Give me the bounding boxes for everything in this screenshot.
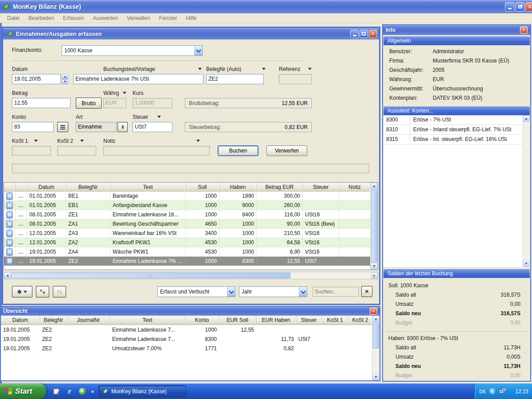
row-options-button[interactable]: ... (19, 240, 23, 245)
uebersicht-row[interactable]: 19.01.2005 ZE2 Einnahme Ladenkasse 7... … (1, 325, 372, 334)
table-row[interactable]: M ... 08.01.2005 ZE1 Einnahme Ladenkasse… (4, 210, 370, 219)
scroll-up-icon[interactable] (372, 316, 379, 322)
uebersicht-row[interactable]: 19.01.2005 ZE2 Einnahme Ladenkasse 7... … (1, 334, 372, 344)
menu-fenster[interactable]: Fenster (155, 14, 182, 23)
scrollbar-thumb[interactable] (371, 190, 377, 262)
menu-hilfe[interactable]: Hilfe (182, 14, 201, 23)
scroll-down-icon[interactable] (371, 263, 377, 270)
menu-erfassen[interactable]: Erfassen (59, 14, 88, 23)
konto-list-item[interactable]: 8300 Erlöse - 7% USt (383, 115, 523, 125)
m-badge-icon[interactable]: M (6, 239, 13, 246)
allgemein-section-header[interactable]: Allgemein (383, 36, 530, 45)
scroll-down-icon[interactable] (523, 260, 529, 267)
row-options-button[interactable]: ... (19, 250, 23, 254)
referenz-dropdown-icon[interactable] (308, 68, 312, 70)
header-kost1[interactable]: KoSt 1 (322, 316, 348, 325)
konto-list-button[interactable] (57, 122, 68, 132)
datum-input[interactable]: 19.01.2005 (12, 74, 61, 84)
restore-button[interactable] (515, 2, 524, 12)
finanzkonto-select[interactable]: 1000 Kasse (62, 45, 203, 56)
belegnr-input[interactable]: ZE2 (206, 74, 264, 84)
art-input[interactable]: Einnahme (76, 122, 117, 132)
minimize-button[interactable] (505, 2, 514, 12)
taskbar-task-button[interactable]: MonKey Bilanz (Kasse) (98, 385, 186, 397)
start-button[interactable]: Start (0, 383, 46, 399)
scroll-left-icon[interactable] (4, 272, 11, 279)
art-toggle-button[interactable] (117, 122, 128, 132)
header-datum[interactable]: Datum (1, 316, 40, 325)
network-icon[interactable] (499, 387, 507, 395)
salden-section-header[interactable]: Salden der letzten Buchung (383, 269, 530, 278)
header-belegnr[interactable]: BelegNr (66, 183, 110, 191)
vertical-scrollbar[interactable] (372, 316, 379, 380)
scrollbar-thumb[interactable] (373, 323, 379, 348)
search-input[interactable] (313, 287, 359, 297)
konto-list-item[interactable]: 8310 Erlöse - Inland steuerpfl. EG-Lief.… (383, 125, 523, 135)
table-row[interactable]: M ... 19.01.2005 ZA4 Wäsche PKW1 4530 10… (4, 247, 370, 257)
row-options-button[interactable]: ... (19, 194, 23, 199)
buchen-button[interactable]: Buchen (218, 145, 258, 156)
m-badge-icon[interactable]: M (6, 248, 13, 256)
header-kost2[interactable]: KoSt 2 (348, 316, 372, 325)
status-filter-select[interactable]: Erfasst und Verbucht (157, 286, 235, 297)
header-text[interactable]: Text (110, 316, 185, 325)
header-text[interactable]: Text (110, 183, 186, 191)
close-button[interactable]: ✕ (525, 2, 532, 12)
betrag-input[interactable]: 12,55 (12, 98, 70, 108)
sort-button[interactable]: ↑↓ (53, 286, 66, 297)
clock[interactable]: 12:23 (515, 388, 528, 395)
vertical-scrollbar[interactable] (523, 115, 530, 267)
add-booking-button[interactable]: ++ (36, 286, 49, 297)
chevron-more-icon[interactable]: » (91, 388, 94, 395)
row-options-button[interactable]: ... (19, 212, 23, 217)
uebersicht-row[interactable]: 19.01.2005 ZE2 Umsatzsteuer 7,00% 1771 0… (1, 344, 372, 353)
scroll-right-icon[interactable] (371, 272, 378, 279)
menu-verwalten[interactable]: Verwalten (122, 14, 155, 23)
header-steuer[interactable]: Steuer (303, 183, 339, 191)
header-journalnr[interactable]: JournalNr (67, 316, 110, 325)
header-belegnr[interactable]: BelegNr (40, 316, 67, 325)
m-badge-icon[interactable]: M (6, 192, 13, 200)
header-eur-haben[interactable]: EUR Haben (256, 316, 296, 325)
steuer-dropdown-icon[interactable] (157, 116, 161, 118)
assistent-section-header[interactable]: Assistent: Konten... (383, 106, 530, 115)
chevron-down-icon[interactable] (299, 287, 307, 297)
settings-button[interactable]: ✱ (12, 286, 32, 297)
menu-auswerten[interactable]: Auswerten (88, 14, 122, 23)
menu-datei[interactable]: Datei (3, 14, 24, 23)
m-badge-icon[interactable]: M (6, 211, 13, 219)
scrollbar-thumb[interactable]: ||| (11, 273, 290, 278)
m-badge-icon[interactable]: M (6, 258, 13, 265)
scroll-up-icon[interactable] (371, 183, 377, 189)
chevron-down-icon[interactable] (194, 46, 202, 55)
close-button[interactable]: ✕ (520, 27, 528, 34)
scroll-down-icon[interactable] (372, 374, 379, 380)
vertical-scrollbar[interactable] (370, 183, 378, 270)
konto-input[interactable]: 83 (12, 122, 54, 132)
table-row[interactable]: M ... 08.01.2005 ZA1 Bewirtung Geschäfts… (4, 219, 370, 229)
header-konto[interactable]: Konto (185, 316, 219, 325)
clear-search-button[interactable]: ✕ (361, 286, 372, 297)
horizontal-scrollbar[interactable]: ||| (4, 272, 378, 279)
chevron-down-icon[interactable] (227, 287, 235, 297)
close-button[interactable]: ✕ (370, 308, 377, 315)
konto-list-item[interactable]: 8315 Erlöse - Inl. steuerpfl. EG-Lief. 1… (383, 135, 523, 145)
table-row[interactable]: M ... 01.01.2005 BE1 Bareinlage 1000 189… (4, 192, 370, 201)
brutto-button[interactable]: Brutto (76, 98, 102, 109)
kost2-dropdown-icon[interactable] (80, 140, 84, 142)
waehrg-dropdown-icon[interactable] (123, 92, 126, 94)
maximize-button[interactable] (360, 30, 368, 38)
m-badge-icon[interactable]: M (6, 202, 13, 209)
header-haben[interactable]: Haben (219, 183, 257, 191)
header-notiz[interactable]: Notiz (339, 183, 370, 191)
spin-up-icon[interactable] (62, 74, 68, 79)
table-row[interactable]: M ... 12.01.2005 ZA2 Kraftstoff PKW1 453… (4, 238, 370, 247)
steuer-input[interactable]: USt7 (133, 122, 172, 132)
minimize-button[interactable] (350, 30, 359, 38)
table-row[interactable]: M ... 01.01.2005 EB1 Anfangsbestand Kass… (4, 201, 370, 210)
m-badge-icon[interactable]: M (6, 220, 13, 228)
internet-explorer-icon[interactable]: e (65, 387, 74, 396)
m-badge-icon[interactable]: M (6, 230, 13, 237)
kost1-dropdown-icon[interactable] (34, 140, 38, 142)
spin-down-icon[interactable] (62, 79, 68, 85)
